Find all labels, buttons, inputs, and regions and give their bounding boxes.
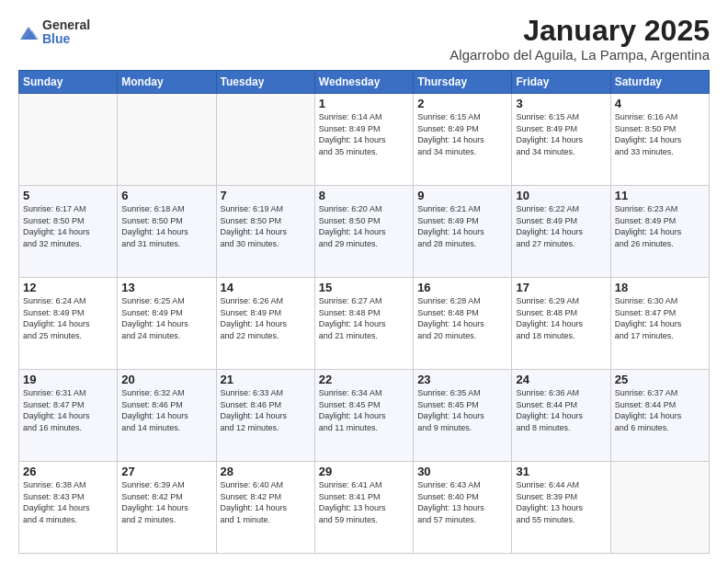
- calendar-week-row: 12Sunrise: 6:24 AM Sunset: 8:49 PM Dayli…: [19, 278, 710, 370]
- day-number: 24: [516, 373, 606, 386]
- logo-blue: Blue: [42, 32, 90, 46]
- day-info: Sunrise: 6:37 AM Sunset: 8:44 PM Dayligh…: [615, 387, 705, 433]
- table-row: 31Sunrise: 6:44 AM Sunset: 8:39 PM Dayli…: [512, 462, 610, 554]
- day-info: Sunrise: 6:41 AM Sunset: 8:41 PM Dayligh…: [319, 479, 409, 525]
- day-number: 2: [417, 97, 507, 110]
- day-info: Sunrise: 6:31 AM Sunset: 8:47 PM Dayligh…: [23, 387, 113, 433]
- day-number: 11: [615, 189, 705, 202]
- day-number: 12: [23, 281, 113, 294]
- calendar-week-row: 26Sunrise: 6:38 AM Sunset: 8:43 PM Dayli…: [19, 462, 710, 554]
- day-number: 29: [319, 465, 409, 478]
- table-row: 10Sunrise: 6:22 AM Sunset: 8:49 PM Dayli…: [512, 186, 610, 278]
- location-title: Algarrobo del Aguila, La Pampa, Argentin…: [449, 47, 710, 63]
- table-row: 29Sunrise: 6:41 AM Sunset: 8:41 PM Dayli…: [314, 462, 413, 554]
- day-number: 27: [121, 465, 211, 478]
- table-row: 9Sunrise: 6:21 AM Sunset: 8:49 PM Daylig…: [414, 186, 512, 278]
- table-row: 5Sunrise: 6:17 AM Sunset: 8:50 PM Daylig…: [19, 186, 118, 278]
- day-number: 10: [516, 189, 606, 202]
- col-friday: Friday: [512, 71, 610, 94]
- day-number: 4: [615, 97, 705, 110]
- day-number: 25: [615, 373, 705, 386]
- col-monday: Monday: [118, 71, 216, 94]
- table-row: 26Sunrise: 6:38 AM Sunset: 8:43 PM Dayli…: [19, 462, 118, 554]
- table-row: 18Sunrise: 6:30 AM Sunset: 8:47 PM Dayli…: [610, 278, 709, 370]
- day-info: Sunrise: 6:32 AM Sunset: 8:46 PM Dayligh…: [121, 387, 211, 433]
- day-number: 19: [23, 373, 113, 386]
- table-row: 27Sunrise: 6:39 AM Sunset: 8:42 PM Dayli…: [118, 462, 216, 554]
- col-saturday: Saturday: [610, 71, 709, 94]
- calendar-week-row: 5Sunrise: 6:17 AM Sunset: 8:50 PM Daylig…: [19, 186, 710, 278]
- day-info: Sunrise: 6:33 AM Sunset: 8:46 PM Dayligh…: [221, 387, 311, 433]
- table-row: 8Sunrise: 6:20 AM Sunset: 8:50 PM Daylig…: [314, 186, 413, 278]
- day-number: 9: [417, 189, 507, 202]
- col-sunday: Sunday: [19, 71, 118, 94]
- table-row: 28Sunrise: 6:40 AM Sunset: 8:42 PM Dayli…: [216, 462, 314, 554]
- day-number: 15: [319, 281, 409, 294]
- day-info: Sunrise: 6:44 AM Sunset: 8:39 PM Dayligh…: [516, 479, 606, 525]
- table-row: 4Sunrise: 6:16 AM Sunset: 8:50 PM Daylig…: [610, 94, 709, 186]
- table-row: 25Sunrise: 6:37 AM Sunset: 8:44 PM Dayli…: [610, 370, 709, 462]
- table-row: 1Sunrise: 6:14 AM Sunset: 8:49 PM Daylig…: [314, 94, 413, 186]
- day-info: Sunrise: 6:39 AM Sunset: 8:42 PM Dayligh…: [121, 479, 211, 525]
- day-number: 22: [319, 373, 409, 386]
- table-row: 12Sunrise: 6:24 AM Sunset: 8:49 PM Dayli…: [19, 278, 118, 370]
- day-info: Sunrise: 6:43 AM Sunset: 8:40 PM Dayligh…: [417, 479, 507, 525]
- day-number: 20: [121, 373, 211, 386]
- logo-general: General: [42, 18, 90, 32]
- day-number: 3: [516, 97, 606, 110]
- table-row: 14Sunrise: 6:26 AM Sunset: 8:49 PM Dayli…: [216, 278, 314, 370]
- calendar-week-row: 19Sunrise: 6:31 AM Sunset: 8:47 PM Dayli…: [19, 370, 710, 462]
- table-row: [118, 94, 216, 186]
- day-number: 6: [121, 189, 211, 202]
- day-info: Sunrise: 6:16 AM Sunset: 8:50 PM Dayligh…: [615, 111, 705, 157]
- table-row: 7Sunrise: 6:19 AM Sunset: 8:50 PM Daylig…: [216, 186, 314, 278]
- day-number: 26: [23, 465, 113, 478]
- day-info: Sunrise: 6:30 AM Sunset: 8:47 PM Dayligh…: [615, 295, 705, 341]
- day-info: Sunrise: 6:14 AM Sunset: 8:49 PM Dayligh…: [319, 111, 409, 157]
- day-info: Sunrise: 6:28 AM Sunset: 8:48 PM Dayligh…: [417, 295, 507, 341]
- table-row: [19, 94, 118, 186]
- page-header: General Blue January 2025 Algarrobo del …: [18, 15, 710, 63]
- table-row: [610, 462, 709, 554]
- calendar-header-row: Sunday Monday Tuesday Wednesday Thursday…: [19, 71, 710, 94]
- table-row: [216, 94, 314, 186]
- table-row: 13Sunrise: 6:25 AM Sunset: 8:49 PM Dayli…: [118, 278, 216, 370]
- calendar-table: Sunday Monday Tuesday Wednesday Thursday…: [18, 70, 710, 554]
- day-number: 18: [615, 281, 705, 294]
- day-info: Sunrise: 6:27 AM Sunset: 8:48 PM Dayligh…: [319, 295, 409, 341]
- table-row: 24Sunrise: 6:36 AM Sunset: 8:44 PM Dayli…: [512, 370, 610, 462]
- logo-icon: [18, 23, 39, 43]
- day-number: 23: [417, 373, 507, 386]
- day-number: 13: [121, 281, 211, 294]
- day-info: Sunrise: 6:21 AM Sunset: 8:49 PM Dayligh…: [417, 203, 507, 249]
- day-info: Sunrise: 6:23 AM Sunset: 8:49 PM Dayligh…: [615, 203, 705, 249]
- col-tuesday: Tuesday: [216, 71, 314, 94]
- table-row: 19Sunrise: 6:31 AM Sunset: 8:47 PM Dayli…: [19, 370, 118, 462]
- day-info: Sunrise: 6:18 AM Sunset: 8:50 PM Dayligh…: [121, 203, 211, 249]
- day-info: Sunrise: 6:36 AM Sunset: 8:44 PM Dayligh…: [516, 387, 606, 433]
- day-info: Sunrise: 6:17 AM Sunset: 8:50 PM Dayligh…: [23, 203, 113, 249]
- table-row: 21Sunrise: 6:33 AM Sunset: 8:46 PM Dayli…: [216, 370, 314, 462]
- table-row: 3Sunrise: 6:15 AM Sunset: 8:49 PM Daylig…: [512, 94, 610, 186]
- day-number: 30: [417, 465, 507, 478]
- table-row: 30Sunrise: 6:43 AM Sunset: 8:40 PM Dayli…: [414, 462, 512, 554]
- day-info: Sunrise: 6:40 AM Sunset: 8:42 PM Dayligh…: [221, 479, 311, 525]
- day-info: Sunrise: 6:20 AM Sunset: 8:50 PM Dayligh…: [319, 203, 409, 249]
- table-row: 11Sunrise: 6:23 AM Sunset: 8:49 PM Dayli…: [610, 186, 709, 278]
- table-row: 2Sunrise: 6:15 AM Sunset: 8:49 PM Daylig…: [414, 94, 512, 186]
- col-wednesday: Wednesday: [314, 71, 413, 94]
- day-info: Sunrise: 6:26 AM Sunset: 8:49 PM Dayligh…: [221, 295, 311, 341]
- day-number: 21: [221, 373, 311, 386]
- day-info: Sunrise: 6:22 AM Sunset: 8:49 PM Dayligh…: [516, 203, 606, 249]
- day-number: 1: [319, 97, 409, 110]
- day-number: 8: [319, 189, 409, 202]
- day-number: 31: [516, 465, 606, 478]
- table-row: 20Sunrise: 6:32 AM Sunset: 8:46 PM Dayli…: [118, 370, 216, 462]
- table-row: 15Sunrise: 6:27 AM Sunset: 8:48 PM Dayli…: [314, 278, 413, 370]
- day-number: 14: [221, 281, 311, 294]
- day-number: 7: [221, 189, 311, 202]
- day-info: Sunrise: 6:15 AM Sunset: 8:49 PM Dayligh…: [516, 111, 606, 157]
- table-row: 6Sunrise: 6:18 AM Sunset: 8:50 PM Daylig…: [118, 186, 216, 278]
- calendar-week-row: 1Sunrise: 6:14 AM Sunset: 8:49 PM Daylig…: [19, 94, 710, 186]
- day-number: 17: [516, 281, 606, 294]
